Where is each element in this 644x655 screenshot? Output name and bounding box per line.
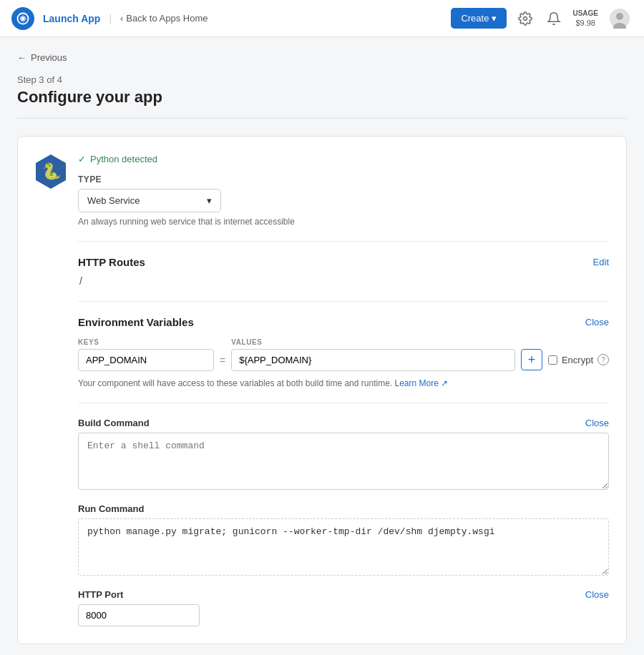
env-row: KEYS = VALUES + Encrypt ? <box>78 338 609 371</box>
env-key-input[interactable] <box>78 349 214 371</box>
svg-point-2 <box>524 16 527 20</box>
http-port-input[interactable] <box>78 604 200 626</box>
encrypt-help-icon[interactable]: ? <box>597 354 609 365</box>
python-icon: 🐍 <box>35 154 67 189</box>
title-divider <box>17 118 627 119</box>
section-divider-3 <box>78 403 609 403</box>
env-val-input[interactable] <box>231 349 515 371</box>
page-title: Configure your app <box>17 88 627 107</box>
svg-point-4 <box>616 13 623 20</box>
http-port-close-link[interactable]: Close <box>585 589 609 600</box>
build-command-close-link[interactable]: Close <box>585 418 609 428</box>
keys-label: KEYS <box>78 338 214 346</box>
step-label: Step 3 of 4 <box>17 74 627 85</box>
type-select[interactable]: Web Service ▾ <box>78 189 221 212</box>
chevron-down-icon: ▾ <box>492 13 497 24</box>
http-routes-section: HTTP Routes Edit / <box>78 256 609 287</box>
http-routes-edit-link[interactable]: Edit <box>593 257 609 267</box>
encrypt-label[interactable]: Encrypt <box>562 355 593 365</box>
notifications-icon-button[interactable] <box>544 9 564 29</box>
usage-display: USAGE $9.98 <box>572 9 598 28</box>
http-routes-title: HTTP Routes <box>78 256 145 268</box>
route-value: / <box>79 275 609 287</box>
svg-point-1 <box>21 16 25 20</box>
settings-icon-button[interactable] <box>515 9 535 29</box>
section-divider-1 <box>78 241 609 242</box>
env-note: Your component will have access to these… <box>78 378 609 388</box>
learn-more-link[interactable]: Learn More ↗ <box>394 378 448 388</box>
equals-sign: = <box>220 355 225 366</box>
encrypt-checkbox[interactable] <box>548 355 557 365</box>
config-form-body: ✓ Python detected Type Web Service ▾ An … <box>78 154 609 626</box>
chevron-left-icon: ‹ <box>120 13 123 24</box>
top-nav: Launch App | ‹ Back to Apps Home Create … <box>0 0 644 37</box>
env-vars-title: Environment Variables <box>78 316 194 328</box>
create-button[interactable]: Create ▾ <box>451 8 507 29</box>
type-description: An always running web service that is in… <box>78 217 609 227</box>
http-port-section: HTTP Port Close <box>78 589 609 626</box>
values-label: VALUES <box>231 338 515 346</box>
section-divider-2 <box>78 301 609 302</box>
user-avatar-button[interactable] <box>607 6 633 31</box>
build-command-section: Build Command Close <box>78 418 609 492</box>
run-command-input[interactable]: python manage.py migrate; gunicorn --wor… <box>78 518 609 576</box>
env-vars-header: Environment Variables Close <box>78 316 609 328</box>
previous-link[interactable]: ← Previous <box>17 52 67 63</box>
run-command-section: Run Command python manage.py migrate; gu… <box>78 503 609 578</box>
main-content: ← Previous Step 3 of 4 Configure your ap… <box>0 37 644 655</box>
type-field-label: Type <box>78 174 609 184</box>
chevron-down-icon: ▾ <box>207 195 212 206</box>
run-command-label: Run Command <box>78 503 144 514</box>
env-vars-section: Environment Variables Close KEYS = VALUE… <box>78 316 609 388</box>
back-to-apps-link[interactable]: ‹ Back to Apps Home <box>120 13 208 24</box>
app-logo <box>11 7 34 30</box>
python-detected-badge: ✓ Python detected <box>78 154 609 164</box>
check-icon: ✓ <box>78 154 86 164</box>
build-command-label: Build Command <box>78 418 150 428</box>
http-routes-header: HTTP Routes Edit <box>78 256 609 268</box>
add-env-button[interactable]: + <box>521 349 542 370</box>
http-port-label: HTTP Port <box>78 589 123 600</box>
config-card: 🐍 ✓ Python detected Type Web Service ▾ A… <box>17 136 627 644</box>
env-vars-close-link[interactable]: Close <box>585 317 609 328</box>
build-command-input[interactable] <box>78 433 609 490</box>
app-name[interactable]: Launch App <box>43 13 100 24</box>
arrow-left-icon: ← <box>17 52 26 63</box>
svg-text:🐍: 🐍 <box>42 162 62 181</box>
type-field: Type Web Service ▾ An always running web… <box>78 174 609 227</box>
